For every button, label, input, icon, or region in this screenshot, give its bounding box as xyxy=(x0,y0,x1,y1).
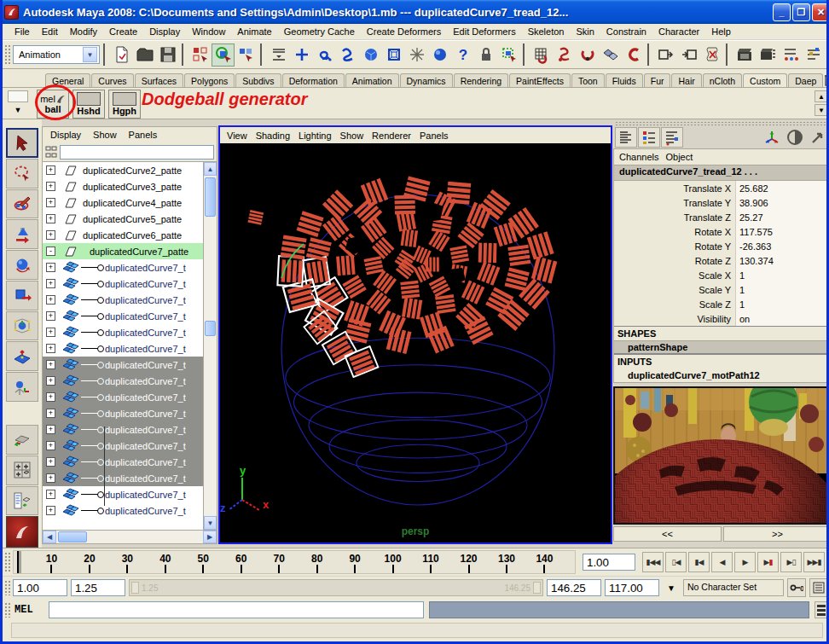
image-prev-button[interactable]: << xyxy=(613,526,722,542)
input-node-name[interactable]: duplicatedCurve7_motPath12 xyxy=(614,368,829,382)
vscroll-thumb[interactable] xyxy=(205,177,216,217)
scroll-up-icon[interactable]: ▲ xyxy=(204,162,217,176)
render-sequence-icon[interactable] xyxy=(779,44,802,67)
hscroll-thumb[interactable] xyxy=(58,531,87,542)
snap-point-icon[interactable] xyxy=(576,44,599,67)
outliner-row[interactable]: +duplicatedCurve7_t xyxy=(43,276,203,292)
shelf-tab-hair[interactable]: Hair xyxy=(671,73,701,87)
outliner-row[interactable]: +duplicatedCurve7_t xyxy=(43,259,203,276)
show-channel-layer-icon[interactable] xyxy=(661,127,683,148)
range-handle-left[interactable] xyxy=(131,582,139,594)
lock-selection-icon[interactable] xyxy=(474,44,497,67)
outliner-row[interactable]: +duplicatedCurve7_t xyxy=(43,292,203,308)
channel-box-node-name[interactable]: duplicatedCurve7_tread_12 . . . xyxy=(614,165,829,181)
menu-skin[interactable]: Skin xyxy=(571,25,599,38)
shelf-scroll-down-button[interactable]: ▼ xyxy=(815,104,828,116)
scroll-down-icon[interactable]: ▼ xyxy=(204,516,217,530)
snap-grid-icon[interactable] xyxy=(530,44,553,67)
range-slider-grip[interactable] xyxy=(4,580,10,595)
viewport-menu-panels[interactable]: Panels xyxy=(420,131,449,141)
outliner-row[interactable]: +duplicatedCurve5_patte xyxy=(43,211,203,227)
expand-icon[interactable]: + xyxy=(46,165,55,175)
outliner-row[interactable]: +duplicatedCurve7_t xyxy=(43,502,203,519)
channel-value-field[interactable]: 1 xyxy=(735,282,829,297)
shape-node-name[interactable]: patternShape xyxy=(614,340,829,354)
expand-icon[interactable]: + xyxy=(46,279,55,288)
viewport-menu-renderer[interactable]: Renderer xyxy=(372,131,411,141)
status-line-grip[interactable] xyxy=(4,44,10,65)
character-set-selector[interactable]: No Character Set xyxy=(683,579,784,596)
menu-edit[interactable]: Edit xyxy=(37,25,63,38)
toolbar-separator[interactable] xyxy=(260,44,264,66)
shelf-tab-polygons[interactable]: Polygons xyxy=(184,73,235,87)
shelf-tab-toon[interactable]: Toon xyxy=(571,73,605,87)
select-hierarchy-icon[interactable] xyxy=(188,44,212,67)
toolbar-separator[interactable] xyxy=(523,44,527,66)
menu-window[interactable]: Window xyxy=(187,25,230,38)
shelf-scroll-up-button[interactable]: ▲ xyxy=(815,90,828,102)
render-settings-icon[interactable] xyxy=(802,44,825,67)
outliner-filter-icon[interactable] xyxy=(45,146,57,158)
shelf-tab-custom[interactable]: Custom xyxy=(743,73,787,88)
viewport-canvas[interactable]: yxz persp xyxy=(220,143,611,542)
channel-value-field[interactable]: on xyxy=(735,311,829,326)
collapse-icon[interactable]: - xyxy=(46,247,55,256)
channel-label[interactable]: Visibility xyxy=(614,314,735,324)
expand-icon[interactable]: + xyxy=(46,295,55,305)
scroll-right-icon[interactable]: ▶ xyxy=(203,531,217,543)
menu-modify[interactable]: Modify xyxy=(65,25,102,38)
open-scene-icon[interactable] xyxy=(133,44,156,67)
outliner-row[interactable]: +duplicatedCurve7_t xyxy=(43,340,203,357)
outliner-row[interactable]: +duplicatedCurve7_t xyxy=(43,438,203,454)
close-button[interactable]: ✕ xyxy=(812,3,829,21)
render-current-frame-icon[interactable] xyxy=(733,44,756,67)
outliner-row[interactable]: +duplicatedCurve7_t xyxy=(43,324,203,340)
channel-label[interactable]: Scale Y xyxy=(614,285,735,295)
new-scene-icon[interactable] xyxy=(110,44,133,67)
outliner-hscrollbar[interactable]: ◀ ▶ xyxy=(43,530,217,543)
outliner-row[interactable]: +duplicatedCurve7_t xyxy=(43,308,203,324)
show-channel-box-icon[interactable] xyxy=(615,127,637,148)
sel-mask-points-icon[interactable] xyxy=(290,44,313,67)
save-scene-icon[interactable] xyxy=(156,44,179,67)
output-connections-icon[interactable] xyxy=(677,44,700,67)
scale-tool[interactable] xyxy=(6,281,38,310)
show-manipulator-tool[interactable] xyxy=(6,372,38,402)
outliner-menu-show[interactable]: Show xyxy=(89,129,121,141)
auto-keyframe-button[interactable]: 0 xyxy=(787,578,806,597)
expand-icon[interactable]: + xyxy=(46,441,55,450)
menu-mode-selector[interactable]: Animation ▼ xyxy=(13,45,100,64)
range-handle-right[interactable] xyxy=(533,582,541,594)
shelf-item-hshd[interactable]: Hshd xyxy=(72,90,105,119)
toolbar-separator[interactable] xyxy=(647,44,652,66)
toolbar-separator[interactable] xyxy=(726,44,730,66)
shelf-tab-surfaces[interactable]: Surfaces xyxy=(135,73,183,87)
outliner-row[interactable]: +duplicatedCurve3_patte xyxy=(43,178,203,194)
channel-value-field[interactable]: 1 xyxy=(735,268,829,282)
channel-label[interactable]: Scale Z xyxy=(614,299,735,310)
trash-icon[interactable] xyxy=(824,71,829,87)
expand-icon[interactable]: + xyxy=(46,198,55,207)
expand-icon[interactable]: + xyxy=(46,311,55,321)
rotate-tool[interactable] xyxy=(6,250,38,280)
highlight-selection-icon[interactable] xyxy=(497,44,520,67)
select-tool[interactable] xyxy=(6,128,38,158)
paint-select-tool[interactable] xyxy=(6,189,38,219)
shelf-tab-curves[interactable]: Curves xyxy=(91,73,133,87)
outliner-row[interactable]: +duplicatedCurve7_t xyxy=(43,357,203,373)
go-to-start-button[interactable]: ▮◀◀ xyxy=(642,552,664,572)
shelf-item-hgph[interactable]: Hgph xyxy=(108,90,141,119)
scroll-left-icon[interactable]: ◀ xyxy=(43,531,56,543)
menu-create-deformers[interactable]: Create Deformers xyxy=(362,25,446,38)
toolbar-separator[interactable] xyxy=(103,44,107,66)
expand-icon[interactable]: + xyxy=(46,392,55,402)
menu-geometry-cache[interactable]: Geometry Cache xyxy=(279,25,360,38)
menu-skeleton[interactable]: Skeleton xyxy=(523,25,570,38)
playback-range-bar[interactable]: 1.25 146.25 xyxy=(129,579,543,596)
expand-icon[interactable]: + xyxy=(46,214,55,223)
shelf-selector-button[interactable] xyxy=(8,90,28,102)
shelf-tab-painteffects[interactable]: PaintEffects xyxy=(509,73,571,87)
expand-icon[interactable]: + xyxy=(46,409,55,418)
viewport-menu-view[interactable]: View xyxy=(227,131,247,141)
channel-value-field[interactable]: 1 xyxy=(735,297,829,311)
